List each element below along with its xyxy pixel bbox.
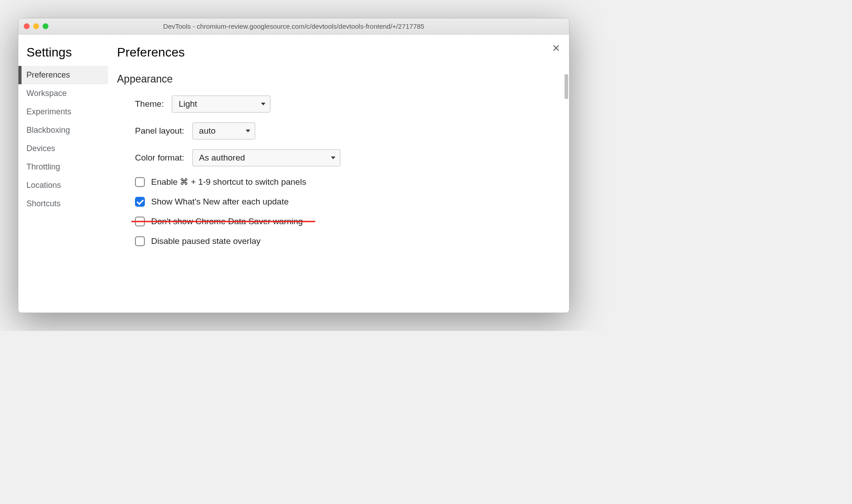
settings-main: Preferences Appearance Theme:LightPanel …: [108, 35, 569, 313]
form-row: Color format:As authored: [135, 150, 556, 166]
checkbox-row: Show What's New after each update: [135, 197, 556, 207]
maximize-window-button[interactable]: [43, 23, 48, 29]
checkbox[interactable]: [135, 177, 145, 187]
chevron-down-icon: [261, 103, 265, 105]
sidebar-item-preferences[interactable]: Preferences: [18, 66, 108, 84]
checkbox-label: Enable ⌘ + 1-9 shortcut to switch panels: [151, 177, 306, 187]
devtools-settings-window: DevTools - chromium-review.googlesource.…: [18, 18, 569, 313]
sidebar-item-devices[interactable]: Devices: [18, 139, 108, 158]
select-theme[interactable]: Light: [172, 96, 270, 113]
select-value: auto: [199, 126, 216, 136]
scrollbar-thumb[interactable]: [565, 74, 568, 99]
checkbox[interactable]: [135, 236, 145, 246]
form-row: Panel layout:auto: [135, 123, 556, 139]
page-title: Preferences: [117, 45, 556, 60]
checkbox-label: Disable paused state overlay: [151, 236, 261, 246]
sidebar-item-experiments[interactable]: Experiments: [18, 103, 108, 121]
sidebar-item-locations[interactable]: Locations: [18, 176, 108, 195]
checkbox-row: Disable paused state overlay: [135, 236, 556, 246]
minimize-window-button[interactable]: [33, 23, 39, 29]
chevron-down-icon: [246, 130, 250, 132]
sidebar-item-throttling[interactable]: Throttling: [18, 158, 108, 176]
checkbox-label: Show What's New after each update: [151, 197, 289, 207]
sidebar-title: Settings: [18, 45, 108, 66]
settings-content: ✕ Settings PreferencesWorkspaceExperimen…: [18, 35, 569, 313]
select-label: Color format:: [135, 153, 184, 163]
sidebar-item-blackboxing[interactable]: Blackboxing: [18, 121, 108, 139]
select-panel-layout[interactable]: auto: [192, 122, 255, 139]
window-titlebar: DevTools - chromium-review.googlesource.…: [18, 18, 569, 35]
sidebar-item-workspace[interactable]: Workspace: [18, 84, 108, 103]
window-title: DevTools - chromium-review.googlesource.…: [163, 22, 424, 30]
chevron-down-icon: [331, 156, 335, 159]
traffic-lights: [24, 23, 48, 29]
checkbox-row: Enable ⌘ + 1-9 shortcut to switch panels: [135, 177, 556, 187]
select-color-format[interactable]: As authored: [192, 149, 340, 166]
select-value: As authored: [199, 153, 245, 163]
form-row: Theme:Light: [135, 96, 556, 112]
close-window-button[interactable]: [24, 23, 30, 29]
checkbox[interactable]: [135, 197, 145, 207]
sidebar-item-shortcuts[interactable]: Shortcuts: [18, 195, 108, 213]
select-label: Theme:: [135, 99, 164, 109]
settings-sidebar: Settings PreferencesWorkspaceExperiments…: [18, 35, 108, 313]
checkbox-row: Don't show Chrome Data Saver warning: [135, 217, 556, 226]
strikethrough-annotation: [131, 221, 315, 222]
select-value: Light: [178, 99, 197, 109]
section-title: Appearance: [117, 73, 556, 85]
select-label: Panel layout:: [135, 126, 184, 136]
